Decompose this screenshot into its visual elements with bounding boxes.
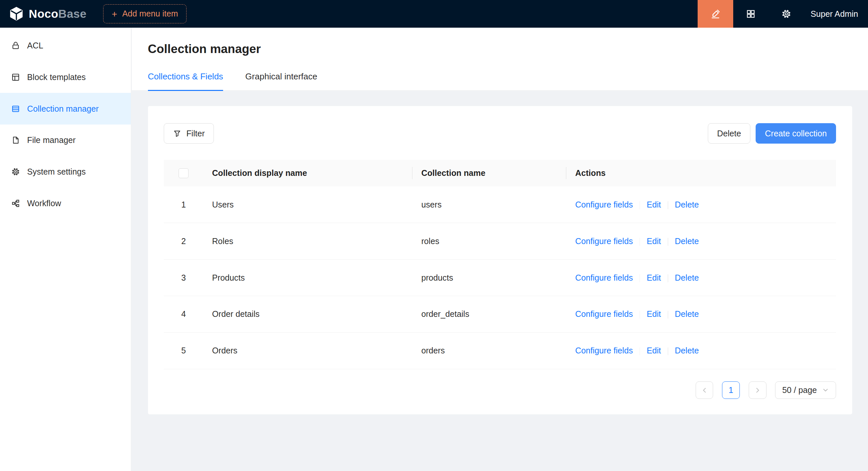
page-title: Collection manager bbox=[148, 42, 851, 56]
cell-collection-name: order_details bbox=[412, 296, 566, 332]
action-divider bbox=[640, 311, 640, 319]
ui-editor-button[interactable] bbox=[698, 0, 733, 28]
delete-link[interactable]: Delete bbox=[675, 309, 699, 318]
gear-icon bbox=[781, 9, 791, 19]
cell-actions: Configure fieldsEditDelete bbox=[566, 187, 836, 223]
tab-graphical-interface[interactable]: Graphical interface bbox=[245, 71, 317, 91]
collections-card: Filter Delete Create collection Collecti… bbox=[148, 106, 852, 414]
tab-collections-fields[interactable]: Collections & Fields bbox=[148, 71, 223, 91]
configure-fields-link[interactable]: Configure fields bbox=[575, 200, 633, 209]
page-number-1[interactable]: 1 bbox=[722, 381, 740, 399]
action-divider bbox=[668, 201, 668, 209]
plus-icon: + bbox=[112, 9, 117, 19]
table-row: 5 Orders orders Configure fieldsEditDele… bbox=[164, 332, 836, 369]
sidebar-item-label: System settings bbox=[27, 167, 86, 176]
cell-actions: Configure fieldsEditDelete bbox=[566, 260, 836, 296]
add-menu-item-button[interactable]: + Add menu item bbox=[103, 4, 187, 23]
table-row: 1 Users users Configure fieldsEditDelete bbox=[164, 187, 836, 223]
select-all-checkbox[interactable] bbox=[179, 168, 188, 178]
action-divider bbox=[668, 311, 668, 319]
chevron-left-icon bbox=[701, 387, 708, 394]
toolbar-right: Delete Create collection bbox=[708, 123, 836, 144]
edit-link[interactable]: Edit bbox=[647, 273, 661, 282]
main-content: Collection manager Collections & Fields … bbox=[132, 28, 868, 471]
sidebar-item-label: Block templates bbox=[27, 72, 86, 82]
lock-icon bbox=[11, 41, 21, 51]
table-header-row: Collection display name Collection name … bbox=[164, 160, 836, 187]
appstore-icon bbox=[746, 9, 756, 19]
app-header: NocoBase + Add menu item bbox=[0, 0, 868, 28]
delete-link[interactable]: Delete bbox=[675, 200, 699, 209]
row-index: 4 bbox=[164, 296, 203, 332]
content-area: Filter Delete Create collection Collecti… bbox=[132, 91, 868, 414]
create-collection-button[interactable]: Create collection bbox=[756, 123, 836, 144]
cell-display-name: Users bbox=[203, 187, 412, 223]
previous-page-button[interactable] bbox=[696, 381, 713, 399]
sidebar-item-label: ACL bbox=[27, 41, 43, 51]
row-index: 2 bbox=[164, 223, 203, 260]
next-page-button[interactable] bbox=[749, 381, 767, 399]
app: NocoBase + Add menu item bbox=[0, 0, 868, 471]
delete-link[interactable]: Delete bbox=[675, 236, 699, 246]
header-actions: Super Admin bbox=[698, 0, 868, 28]
file-icon bbox=[11, 136, 21, 145]
collections-table: Collection display name Collection name … bbox=[164, 160, 836, 369]
system-settings-button[interactable] bbox=[769, 0, 804, 28]
sidebar-item-block-templates[interactable]: Block templates bbox=[0, 61, 131, 93]
filter-button[interactable]: Filter bbox=[164, 123, 214, 144]
delete-link[interactable]: Delete bbox=[675, 273, 699, 282]
sidebar-item-label: Collection manager bbox=[27, 104, 98, 114]
cell-display-name: Products bbox=[203, 260, 412, 296]
chevron-down-icon bbox=[822, 387, 829, 393]
sidebar-item-workflow[interactable]: Workflow bbox=[0, 188, 131, 219]
filter-label: Filter bbox=[186, 129, 205, 138]
layout-icon bbox=[11, 72, 21, 82]
cell-actions: Configure fieldsEditDelete bbox=[566, 332, 836, 369]
cell-collection-name: orders bbox=[412, 332, 566, 369]
cell-actions: Configure fieldsEditDelete bbox=[566, 223, 836, 260]
logo: NocoBase bbox=[0, 6, 95, 21]
row-index: 5 bbox=[164, 332, 203, 369]
page-size-select[interactable]: 50 / page bbox=[775, 381, 836, 399]
edit-link[interactable]: Edit bbox=[647, 200, 661, 209]
configure-fields-link[interactable]: Configure fields bbox=[575, 236, 633, 246]
user-menu[interactable]: Super Admin bbox=[804, 9, 868, 19]
action-divider bbox=[668, 238, 668, 246]
action-divider bbox=[668, 274, 668, 282]
edit-link[interactable]: Edit bbox=[647, 346, 661, 355]
page-size-value: 50 / page bbox=[782, 385, 817, 395]
column-header-collection-name: Collection name bbox=[412, 160, 566, 187]
delete-button[interactable]: Delete bbox=[708, 123, 750, 144]
sidebar-item-collection-manager[interactable]: Collection manager bbox=[0, 93, 131, 125]
cell-collection-name: products bbox=[412, 260, 566, 296]
sidebar-item-label: File manager bbox=[27, 135, 75, 145]
row-index: 1 bbox=[164, 187, 203, 223]
configure-fields-link[interactable]: Configure fields bbox=[575, 309, 633, 318]
action-divider bbox=[640, 201, 640, 209]
chevron-right-icon bbox=[754, 387, 761, 394]
sidebar-item-acl[interactable]: ACL bbox=[0, 30, 131, 62]
plugins-button[interactable] bbox=[733, 0, 769, 28]
cell-display-name: Roles bbox=[203, 223, 412, 260]
configure-fields-link[interactable]: Configure fields bbox=[575, 273, 633, 282]
sidebar-item-system-settings[interactable]: System settings bbox=[0, 156, 131, 188]
column-header-actions: Actions bbox=[566, 160, 836, 187]
sidebar-item-label: Workflow bbox=[27, 199, 61, 208]
tab-bar: Collections & Fields Graphical interface bbox=[132, 71, 868, 91]
cell-collection-name: users bbox=[412, 187, 566, 223]
table-toolbar: Filter Delete Create collection bbox=[164, 123, 836, 144]
pagination: 1 50 / page bbox=[164, 381, 836, 399]
table-row: 2 Roles roles Configure fieldsEditDelete bbox=[164, 223, 836, 260]
table-row: 4 Order details order_details Configure … bbox=[164, 296, 836, 332]
delete-link[interactable]: Delete bbox=[675, 346, 699, 355]
action-divider bbox=[640, 347, 640, 356]
sidebar-item-file-manager[interactable]: File manager bbox=[0, 125, 131, 156]
edit-link[interactable]: Edit bbox=[647, 236, 661, 246]
workflow-icon bbox=[11, 199, 21, 208]
configure-fields-link[interactable]: Configure fields bbox=[575, 346, 633, 355]
sidebar: ACL Block templates Collection manager bbox=[0, 28, 131, 471]
select-all-cell bbox=[164, 160, 203, 187]
highlighter-icon bbox=[711, 9, 720, 19]
cell-collection-name: roles bbox=[412, 223, 566, 260]
edit-link[interactable]: Edit bbox=[647, 309, 661, 318]
